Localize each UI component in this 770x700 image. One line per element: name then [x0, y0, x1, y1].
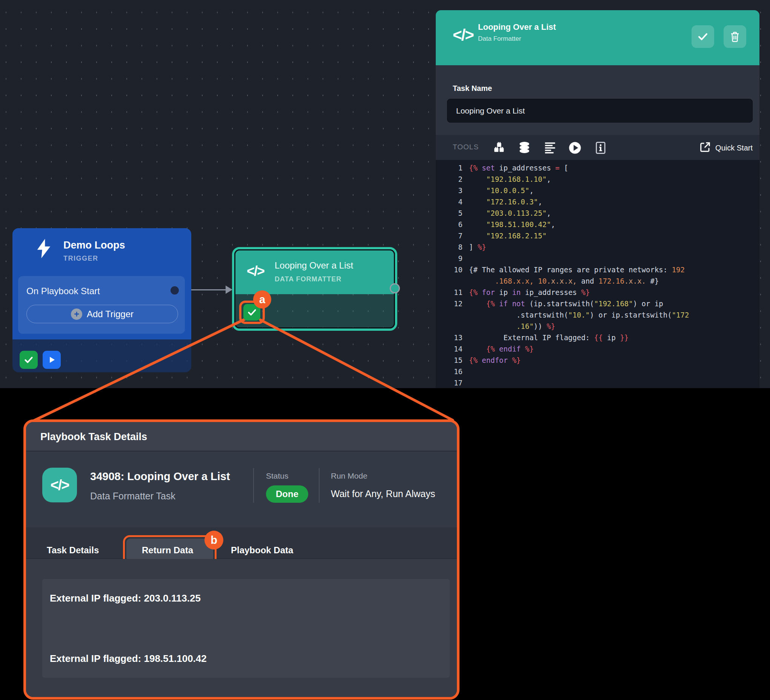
task-panel-header: </> Looping Over a List Data Formatter: [436, 10, 759, 65]
trigger-node-type: TRIGGER: [63, 255, 99, 262]
divider: [319, 468, 320, 503]
code-icon: </>: [247, 263, 264, 279]
add-trigger-label: Add Trigger: [87, 309, 134, 320]
tab-playbook-data[interactable]: Playbook Data: [231, 545, 293, 556]
return-data-content: External IP flagged: 203.0.113.25 Extern…: [26, 559, 457, 697]
task-panel-subtitle: Data Formatter: [478, 35, 521, 43]
quick-start-label: Quick Start: [715, 144, 753, 152]
delete-task-button[interactable]: [724, 25, 746, 48]
annotation-a-badge: a: [253, 290, 271, 309]
add-trigger-button[interactable]: + Add Trigger: [26, 305, 178, 323]
task-name-value: Looping Over a List: [456, 107, 525, 115]
output-line: External IP flagged: 203.0.113.25: [50, 593, 201, 604]
file-info-icon[interactable]: [595, 141, 606, 156]
lightning-bolt-icon: [34, 238, 53, 260]
code-lines: 1{% set ip_addresses = [2 "192.168.1.10"…: [436, 162, 759, 388]
task-name-input[interactable]: Looping Over a List: [447, 99, 753, 123]
plus-icon: +: [71, 309, 82, 320]
status-badge: Done: [266, 485, 308, 503]
details-panel-header: Playbook Task Details: [26, 422, 457, 451]
code-icon: </>: [453, 26, 474, 44]
tools-label: TOOLS: [453, 143, 479, 151]
trigger-run-button[interactable]: [43, 351, 61, 369]
status-label: Status: [266, 472, 289, 480]
output-line: External IP flagged: 198.51.100.42: [50, 653, 207, 664]
run-mode-label: Run Mode: [331, 472, 367, 480]
details-panel-title: Playbook Task Details: [40, 431, 147, 443]
trigger-node[interactable]: Demo Loops TRIGGER On Playbook Start + A…: [13, 228, 191, 372]
details-task-subtitle: Data Formatter Task: [90, 491, 175, 502]
run-mode-value: Wait for Any, Run Always: [331, 488, 435, 500]
connector-arrowhead-icon: [226, 286, 232, 294]
divider: [253, 468, 254, 503]
annotation-a-label: a: [259, 293, 265, 306]
database-icon[interactable]: [518, 141, 531, 155]
external-link-icon: [699, 141, 711, 155]
trigger-item-label: On Playbook Start: [26, 286, 100, 296]
code-editor[interactable]: 1{% set ip_addresses = [2 "192.168.1.10"…: [436, 160, 759, 388]
annotation-b-badge: b: [204, 531, 223, 550]
save-task-button[interactable]: [692, 25, 714, 48]
task-config-panel: </> Looping Over a List Data Formatter T…: [436, 10, 759, 388]
formatter-output-port[interactable]: [390, 283, 400, 293]
code-icon: </>: [42, 468, 77, 502]
play-circle-icon[interactable]: [569, 141, 581, 156]
trigger-node-body[interactable]: Demo Loops TRIGGER On Playbook Start + A…: [13, 228, 191, 339]
return-data-output-box[interactable]: External IP flagged: 203.0.113.25 Extern…: [42, 579, 450, 678]
app-window: Demo Loops TRIGGER On Playbook Start + A…: [0, 0, 770, 700]
annotation-b-label: b: [210, 534, 217, 546]
tab-return-data[interactable]: Return Data: [142, 545, 193, 556]
blocks-icon[interactable]: [492, 141, 506, 155]
trigger-validate-button[interactable]: [19, 351, 38, 369]
status-value: Done: [276, 489, 298, 500]
details-task-title: 34908: Looping Over a List: [90, 470, 230, 483]
task-name-label: Task Name: [453, 84, 492, 93]
trigger-item-card[interactable]: On Playbook Start + Add Trigger: [18, 276, 185, 334]
task-panel-title: Looping Over a List: [478, 22, 556, 32]
quick-start-button[interactable]: Quick Start: [699, 141, 753, 155]
formatter-node-type: DATA FORMATTER: [275, 275, 341, 283]
trigger-node-footer: [13, 339, 191, 372]
formatter-node-title: Looping Over a List: [275, 260, 353, 271]
tab-task-details[interactable]: Task Details: [47, 545, 99, 556]
trigger-output-port[interactable]: [170, 286, 179, 294]
trigger-node-title: Demo Loops: [63, 239, 125, 251]
tools-toolbar: TOOLS: [436, 135, 759, 160]
playbook-task-details-panel: Playbook Task Details </> 34908: Looping…: [23, 419, 459, 700]
formatter-node-header: </> Looping Over a List DATA FORMATTER: [235, 251, 394, 294]
text-lines-icon[interactable]: [544, 141, 556, 155]
